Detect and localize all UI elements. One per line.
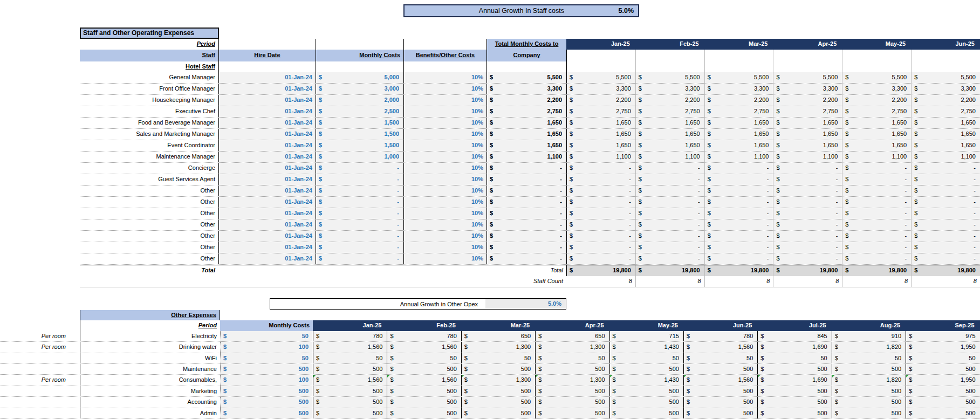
staff-name-cell[interactable]: Food and Beverage Manager [80,118,218,128]
expense-month-value-cell[interactable]: $1,560 [387,375,461,385]
month-value-cell[interactable]: $- [773,174,842,185]
monthly-cost-cell[interactable]: $2,000 [316,95,403,106]
month-value-cell[interactable]: $1,650 [704,118,773,128]
month-value-cell[interactable]: $1,650 [635,129,704,140]
month-value-cell[interactable]: $- [704,163,773,174]
staff-name-cell[interactable]: Guest Services Agent [80,174,218,185]
unit-cost-cell[interactable]: $50 [220,331,313,341]
expense-month-value-cell[interactable]: $500 [906,408,979,418]
month-header[interactable]: Mar-25 [461,320,535,331]
expense-month-value-cell[interactable]: $500 [609,364,683,374]
expense-month-value-cell[interactable]: $1,300 [535,342,609,352]
expense-month-value-cell[interactable]: $650 [461,331,535,341]
month-value-cell[interactable]: $2,750 [635,106,704,117]
unit-cost-cell[interactable]: $500 [220,397,313,407]
month-value-cell[interactable]: $- [911,163,980,174]
expense-month-value-cell[interactable]: $910 [832,331,906,341]
benefits-cell[interactable]: 10% [403,186,486,196]
unit-cost-cell[interactable]: $500 [220,364,313,374]
expense-month-value-cell[interactable]: $1,300 [535,375,609,385]
month-value-cell[interactable]: $- [704,197,773,208]
expense-month-value-cell[interactable]: $1,430 [609,375,683,385]
unit-cost-cell[interactable]: $500 [220,408,313,418]
monthly-cost-cell[interactable]: $2,500 [316,106,403,117]
total-cost-cell[interactable]: $5,500 [486,72,566,83]
month-value-cell[interactable]: $1,100 [704,152,773,162]
month-value-cell[interactable]: $2,200 [635,95,704,106]
expense-month-value-cell[interactable]: $500 [832,408,906,418]
month-value-cell[interactable]: $- [566,174,635,185]
month-value-cell[interactable]: $1,650 [704,140,773,151]
month-value-cell[interactable]: $- [911,174,980,185]
expense-month-value-cell[interactable]: $500 [313,408,387,418]
month-value-cell[interactable]: $- [566,163,635,174]
month-value-cell[interactable]: $2,200 [704,95,773,106]
expense-month-value-cell[interactable]: $1,820 [832,375,906,385]
monthly-cost-cell[interactable]: $- [316,231,403,242]
hire-date-cell[interactable]: 01-Jan-24 [218,219,316,230]
month-value-cell[interactable]: $- [842,174,911,185]
month-header[interactable]: Feb-25 [635,39,704,50]
month-value-cell[interactable]: $1,650 [566,140,635,151]
month-value-cell[interactable]: $- [704,219,773,230]
expense-name-cell[interactable]: Marketing [80,386,220,396]
expense-month-value-cell[interactable]: $1,300 [461,375,535,385]
month-value-cell[interactable]: $1,100 [773,152,842,162]
month-value-cell[interactable]: $- [635,253,704,264]
month-value-cell[interactable]: $2,750 [842,106,911,117]
month-value-cell[interactable]: $2,750 [911,106,980,117]
expense-month-value-cell[interactable]: $500 [757,364,831,374]
expense-month-value-cell[interactable]: $500 [461,397,535,407]
expenses-header-monthly-costs[interactable]: Monthly Costs [220,320,313,331]
month-value-cell[interactable]: $- [842,186,911,196]
monthly-cost-cell[interactable]: $- [316,163,403,174]
month-value-cell[interactable]: $- [773,231,842,242]
expense-month-value-cell[interactable]: $780 [387,331,461,341]
month-value-cell[interactable]: $1,650 [911,140,980,151]
group-label-hotel-staff[interactable]: Hotel Staff [80,61,218,72]
month-value-cell[interactable]: $- [773,242,842,253]
month-value-cell[interactable]: $3,300 [635,84,704,94]
total-month-value-cell[interactable]: $19,800 [635,265,704,276]
month-value-cell[interactable]: $1,650 [773,129,842,140]
expense-month-value-cell[interactable]: $500 [832,397,906,407]
expense-month-value-cell[interactable]: $50 [387,353,461,363]
header-monthly-costs[interactable]: Monthly Costs [316,50,403,61]
month-value-cell[interactable]: $5,500 [566,72,635,83]
expense-month-value-cell[interactable]: $500 [757,386,831,396]
month-header[interactable]: May-25 [842,39,911,50]
expense-month-value-cell[interactable]: $500 [535,364,609,374]
benefits-cell[interactable]: 10% [403,152,486,162]
expense-month-value-cell[interactable]: $500 [906,386,979,396]
hire-date-cell[interactable]: 01-Jan-24 [218,72,316,83]
expense-month-value-cell[interactable]: $500 [387,364,461,374]
month-value-cell[interactable]: $- [842,242,911,253]
total-cost-cell[interactable]: $- [486,174,566,185]
monthly-cost-cell[interactable]: $1,000 [316,152,403,162]
month-value-cell[interactable]: $- [773,197,842,208]
per-room-label[interactable]: Per room [0,331,80,341]
expense-month-value-cell[interactable]: $50 [832,353,906,363]
month-value-cell[interactable]: $1,650 [635,140,704,151]
expense-month-value-cell[interactable]: $1,560 [313,342,387,352]
month-header[interactable]: Jun-25 [911,39,980,50]
month-value-cell[interactable]: $- [635,163,704,174]
hire-date-cell[interactable]: 01-Jan-24 [218,152,316,162]
month-value-cell[interactable]: $- [635,208,704,219]
expense-month-value-cell[interactable]: $500 [832,364,906,374]
month-value-cell[interactable]: $1,650 [842,140,911,151]
month-value-cell[interactable]: $5,500 [635,72,704,83]
expense-month-value-cell[interactable]: $845 [757,331,831,341]
expense-month-value-cell[interactable]: $1,690 [757,342,831,352]
per-room-label[interactable]: Per room [0,375,80,385]
header-total-monthly-line1[interactable]: Total Monthly Costs to [486,39,566,50]
expense-month-value-cell[interactable]: $1,560 [683,342,757,352]
month-value-cell[interactable]: $- [842,208,911,219]
month-value-cell[interactable]: $5,500 [704,72,773,83]
expense-month-value-cell[interactable]: $650 [535,331,609,341]
staff-count-value-cell[interactable]: 8 [911,276,980,287]
staff-name-cell[interactable]: Executive Chef [80,106,218,117]
month-value-cell[interactable]: $- [911,208,980,219]
month-value-cell[interactable]: $- [911,242,980,253]
per-room-label[interactable] [0,386,80,396]
